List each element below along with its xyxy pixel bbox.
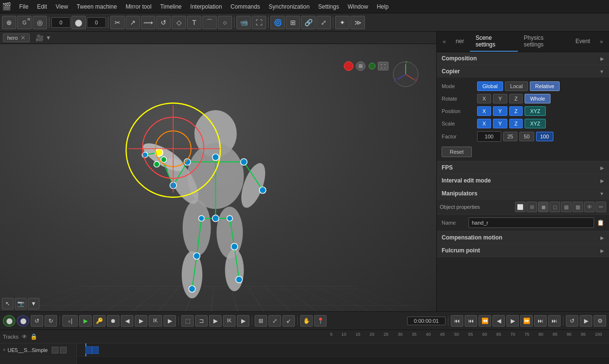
toolbar-y-input[interactable] <box>87 17 106 28</box>
menu-mirror[interactable]: Mirror tool <box>122 2 155 11</box>
tl-nav-prev-btn[interactable]: ⏮ <box>465 315 477 327</box>
mode-global-btn[interactable]: Global <box>477 81 503 91</box>
toolbar-btn-grid[interactable]: ⊞ <box>286 16 300 29</box>
menu-file[interactable]: File <box>15 2 32 11</box>
toolbar-btn-arc[interactable]: ⌒ <box>202 16 217 29</box>
panel-nav-right[interactable]: » <box>596 35 607 48</box>
toolbar-btn-g[interactable]: GR <box>17 16 32 29</box>
menu-interpolation[interactable]: Interpolation <box>187 2 226 11</box>
tl-loop-btn[interactable]: ↺ <box>566 315 578 327</box>
tab-event[interactable]: Event <box>570 35 596 48</box>
tl-expand-btn[interactable]: ⊞ <box>255 315 267 327</box>
viewport-camera-btn[interactable]: ▼ <box>46 34 51 41</box>
obj-prop-btn-4[interactable]: ◻ <box>550 202 560 212</box>
tl-nav-next-btn[interactable]: ⏭ <box>534 315 547 327</box>
tl-export-btn[interactable]: ⤢ <box>269 315 281 327</box>
section-manipulators-header[interactable]: Manipulators ▼ <box>437 187 609 200</box>
scale-z-btn[interactable]: Z <box>509 119 523 128</box>
tab-ner[interactable]: ner <box>450 35 469 48</box>
rotate-y-btn[interactable]: Y <box>493 94 507 103</box>
obj-prop-btn-1[interactable]: ⬜ <box>515 202 526 212</box>
tl-nav-prev2-btn[interactable]: ⏪ <box>479 315 491 327</box>
toolbar-btn-branch[interactable]: ⤢ <box>316 16 331 29</box>
rotate-x-btn[interactable]: X <box>477 94 491 103</box>
pos-y-btn[interactable]: Y <box>493 106 507 116</box>
name-copy-icon[interactable]: 📋 <box>597 219 604 226</box>
tl-nav-start-btn[interactable]: ⏮ <box>451 315 463 327</box>
tl-btn-insert-key[interactable]: ⬦| <box>62 315 78 327</box>
toolbar-btn-target[interactable]: ◎ <box>33 16 47 29</box>
toolbar-btn-cut[interactable]: ✂ <box>110 16 125 29</box>
factor-input[interactable] <box>477 131 501 142</box>
track-visible-check[interactable] <box>52 347 59 353</box>
menu-edit[interactable]: Edit <box>33 2 51 11</box>
toolbar-btn-fullscreen[interactable]: ⛶ <box>252 16 266 29</box>
tl-ik-next-btn[interactable]: ▶ <box>164 315 176 327</box>
toolbar-btn-curve[interactable]: ⟿ <box>141 16 155 29</box>
reset-button[interactable]: Reset <box>442 147 472 157</box>
toolbar-x-input[interactable] <box>51 17 70 28</box>
section-fulcrum-header[interactable]: Fulcrum point ▶ <box>437 244 609 257</box>
toolbar-btn-transform[interactable]: ⊕ <box>2 16 16 29</box>
factor-val-50[interactable]: 50 <box>519 132 534 141</box>
tl-range-next-btn[interactable]: ▶ <box>209 315 222 327</box>
viewport-close-icon[interactable]: ✕ <box>21 34 25 41</box>
scale-xyz-btn[interactable]: XYZ <box>525 119 545 128</box>
toolbar-btn-link[interactable]: 🔗 <box>301 16 316 29</box>
panel-nav-left[interactable]: « <box>439 35 450 48</box>
tl-btn-circle-2[interactable]: ⬤ <box>17 315 29 327</box>
name-input[interactable] <box>468 217 594 228</box>
tracks-eye-icon[interactable]: 👁 <box>22 333 27 340</box>
tl-btn-circle-1[interactable]: ⬤ <box>3 315 15 327</box>
section-compensation-header[interactable]: Compensation motion ▶ <box>437 231 609 244</box>
camera-dot-btn[interactable] <box>369 63 375 69</box>
section-composition-header[interactable]: Composition ▶ <box>437 52 609 65</box>
tl-frame-btn[interactable]: ⬚ <box>181 315 194 327</box>
camera-view-btn[interactable] <box>356 61 365 71</box>
mode-relative-btn[interactable]: Relative <box>530 81 560 91</box>
tl-next-key-btn[interactable]: ▶ <box>135 315 147 327</box>
toolbar-btn-diamond[interactable]: ◇ <box>172 16 186 29</box>
tl-record-btn[interactable]: ⏺ <box>107 315 119 327</box>
tl-btn-forward[interactable]: ↻ <box>45 315 57 327</box>
toolbar-btn-rotate[interactable]: ↺ <box>156 16 171 29</box>
obj-prop-btn-6[interactable]: ▩ <box>573 202 583 212</box>
track-expand-icon[interactable]: + <box>3 347 6 353</box>
camera-expand-btn[interactable]: ⛶ <box>378 62 388 70</box>
section-fps-header[interactable]: FPS ▶ <box>437 161 609 174</box>
tl-ik-btn[interactable]: IK <box>149 315 162 327</box>
tl-btn-rewind[interactable]: ↺ <box>31 315 43 327</box>
tl-play-range-btn[interactable]: ▶ <box>580 315 592 327</box>
menu-settings[interactable]: Settings <box>315 2 343 11</box>
scale-x-btn[interactable]: X <box>477 119 491 128</box>
toolbar-btn-expand[interactable]: ≫ <box>351 16 365 29</box>
menu-tween[interactable]: Tween machine <box>73 2 121 11</box>
scale-y-btn[interactable]: Y <box>493 119 507 128</box>
obj-prop-btn-eye[interactable]: 👁 <box>584 202 595 212</box>
toolbar-btn-spiral[interactable]: 🌀 <box>270 16 285 29</box>
tab-scene-settings[interactable]: Scene settings <box>470 32 518 52</box>
obj-prop-btn-edit[interactable]: ✏ <box>596 202 606 212</box>
pos-x-btn[interactable]: X <box>477 106 491 116</box>
tl-nav-step-back-btn[interactable]: ◀ <box>492 315 505 327</box>
pos-z-btn[interactable]: Z <box>509 106 523 116</box>
factor-val-100[interactable]: 100 <box>536 132 553 141</box>
tl-hand-btn[interactable]: ✋ <box>300 315 313 327</box>
menu-help[interactable]: Help <box>373 2 393 11</box>
menu-view[interactable]: View <box>52 2 72 11</box>
tl-ik2-next-btn[interactable]: ▶ <box>237 315 249 327</box>
obj-prop-btn-2[interactable]: ⊞ <box>527 202 537 212</box>
toolbar-btn-snap[interactable]: ⬤ <box>71 16 86 29</box>
vc-cam-arrow[interactable]: ▼ <box>28 298 39 309</box>
factor-val-25[interactable]: 25 <box>503 132 517 141</box>
mode-local-btn[interactable]: Local <box>505 81 528 91</box>
toolbar-btn-move[interactable]: ↗ <box>126 16 140 29</box>
obj-prop-btn-3[interactable]: ◼ <box>538 202 549 212</box>
rotate-z-btn[interactable]: Z <box>509 94 523 103</box>
pos-xyz-btn[interactable]: XYZ <box>525 106 545 116</box>
tracks-lock-icon[interactable]: 🔒 <box>30 333 37 340</box>
section-interval-header[interactable]: Interval edit mode ▶ <box>437 174 609 187</box>
tl-pin-btn[interactable]: 📍 <box>314 315 327 327</box>
track-lock-check[interactable] <box>60 347 67 353</box>
tab-physics-settings[interactable]: Physics settings <box>518 32 570 52</box>
